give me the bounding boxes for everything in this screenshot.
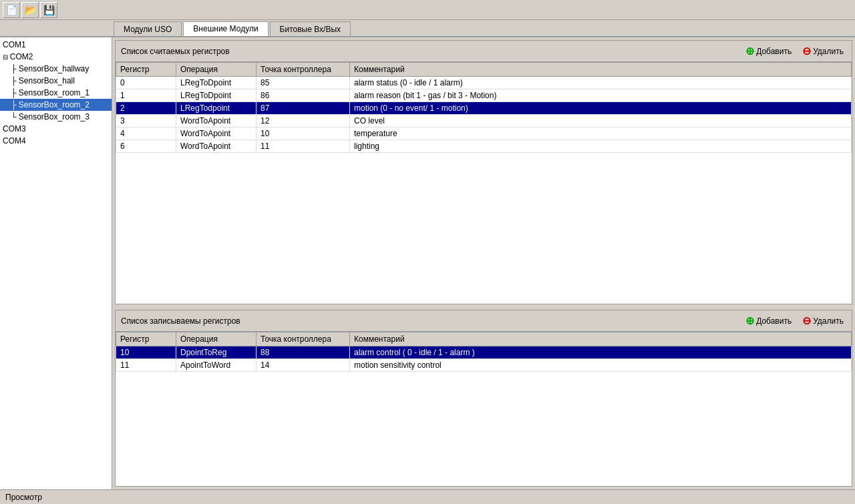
read-col-register: Регистр — [116, 63, 176, 77]
write-col-point: Точка контроллера — [256, 332, 350, 346]
read-panel-actions: ⊕ Добавить ⊖ Удалить — [743, 43, 846, 59]
cell-point: 11 — [256, 140, 350, 153]
write-panel-title: Список записываемы регистров — [121, 316, 240, 326]
sidebar-item-com1[interactable]: COM1 — [0, 39, 112, 51]
cell-comment: alarm reason (bit 1 - gas / bit 3 - Moti… — [350, 89, 852, 102]
read-add-button[interactable]: ⊕ Добавить — [743, 43, 794, 59]
sidebar-item-com4[interactable]: COM4 — [0, 135, 112, 147]
write-panel-header: Список записываемы регистров ⊕ Добавить … — [116, 310, 852, 332]
cell-register: 10 — [116, 346, 176, 359]
cell-register: 2 — [116, 102, 176, 115]
read-add-label: Добавить — [756, 47, 792, 56]
write-col-register: Регистр — [116, 332, 176, 346]
cell-register: 6 — [116, 140, 176, 153]
sidebar-item-com2[interactable]: ⊟ COM2 — [0, 51, 112, 63]
sidebar: COM1 ⊟ COM2 ├ SensorBox_hallway ├ Sensor… — [0, 37, 112, 489]
write-delete-button[interactable]: ⊖ Удалить — [800, 313, 846, 328]
write-add-button[interactable]: ⊕ Добавить — [743, 313, 794, 328]
read-registers-panel: Список считаемых регистров ⊕ Добавить ⊖ … — [115, 40, 852, 304]
table-row[interactable]: 6 WordToApoint 11 lighting — [116, 140, 852, 153]
del-icon: ⊖ — [802, 45, 811, 57]
tree-line-icon: ├ — [11, 76, 19, 85]
write-col-operation: Операция — [176, 332, 256, 346]
sidebar-item-sb-room1[interactable]: ├ SensorBox_room_1 — [0, 87, 112, 99]
write-panel-actions: ⊕ Добавить ⊖ Удалить — [743, 313, 846, 328]
cell-comment: motion (0 - no event/ 1 - motion) — [350, 102, 852, 115]
sidebar-item-sb-room2[interactable]: ├ SensorBox_room_2 — [0, 99, 112, 111]
del-icon: ⊖ — [802, 314, 811, 327]
cell-operation: ApointToWord — [176, 359, 256, 372]
table-row[interactable]: 11 ApointToWord 14 motion sensitivity co… — [116, 359, 852, 372]
open-file-button[interactable]: 📂 — [21, 2, 39, 18]
cell-point: 87 — [256, 102, 350, 115]
read-delete-label: Удалить — [813, 47, 844, 56]
cell-point: 88 — [256, 346, 350, 359]
write-col-comment: Комментарий — [350, 332, 852, 346]
tab-modules-uso[interactable]: Модули USO — [114, 21, 182, 36]
cell-operation: LRegTodpoint — [176, 102, 256, 115]
table-row[interactable]: 4 WordToApoint 10 temperature — [116, 128, 852, 140]
write-delete-label: Удалить — [813, 316, 844, 326]
new-file-button[interactable]: 📄 — [3, 2, 20, 18]
table-row[interactable]: 2 LRegTodpoint 87 motion (0 - no event/ … — [116, 102, 852, 115]
write-table: Регистр Операция Точка контроллера Комме… — [116, 332, 852, 372]
tab-external-modules[interactable]: Внешние Модули — [183, 21, 268, 36]
tree-line-icon: ├ — [11, 88, 19, 97]
expand-icon: ⊟ — [3, 53, 10, 61]
tree-line-icon: ├ — [11, 100, 19, 109]
read-col-operation: Операция — [176, 63, 256, 77]
statusbar: Просмотр — [0, 489, 855, 504]
cell-operation: WordToApoint — [176, 140, 256, 153]
sidebar-item-sb-hall[interactable]: ├ SensorBox_hall — [0, 75, 112, 87]
cell-register: 3 — [116, 115, 176, 128]
table-row[interactable]: 0 LRegToDpoint 85 alarm status (0 - idle… — [116, 77, 852, 89]
main-layout: COM1 ⊟ COM2 ├ SensorBox_hallway ├ Sensor… — [0, 37, 855, 489]
cell-register: 1 — [116, 89, 176, 102]
tabs-bar: Модули USO Внешние Модули Битовые Вх/Вых — [0, 20, 855, 37]
cell-point: 86 — [256, 89, 350, 102]
read-table: Регистр Операция Точка контроллера Комме… — [116, 62, 852, 153]
read-delete-button[interactable]: ⊖ Удалить — [800, 43, 846, 59]
cell-point: 85 — [256, 77, 350, 89]
write-add-label: Добавить — [756, 316, 792, 326]
read-col-point: Точка контроллера — [256, 63, 350, 77]
cell-comment: lighting — [350, 140, 852, 153]
sidebar-item-com3[interactable]: COM3 — [0, 123, 112, 135]
cell-comment: alarm control ( 0 - idle / 1 - alarm ) — [350, 346, 852, 359]
cell-register: 0 — [116, 77, 176, 89]
tree-line-icon: └ — [11, 112, 19, 121]
write-registers-panel: Список записываемы регистров ⊕ Добавить … — [115, 310, 852, 487]
cell-comment: CO level — [350, 115, 852, 128]
cell-register: 11 — [116, 359, 176, 372]
cell-point: 14 — [256, 359, 350, 372]
cell-comment: temperature — [350, 128, 852, 140]
read-table-scroll[interactable]: Регистр Операция Точка контроллера Комме… — [116, 62, 852, 304]
table-row[interactable]: 10 DpointToReg 88 alarm control ( 0 - id… — [116, 346, 852, 359]
statusbar-text: Просмотр — [5, 493, 42, 502]
write-table-scroll[interactable]: Регистр Операция Точка контроллера Комме… — [116, 332, 852, 486]
save-file-button[interactable]: 💾 — [40, 2, 57, 18]
table-row[interactable]: 1 LRegToDpoint 86 alarm reason (bit 1 - … — [116, 89, 852, 102]
read-panel-header: Список считаемых регистров ⊕ Добавить ⊖ … — [116, 41, 852, 62]
add-icon: ⊕ — [745, 314, 754, 327]
sidebar-item-sb-room3[interactable]: └ SensorBox_room_3 — [0, 111, 112, 123]
cell-operation: LRegToDpoint — [176, 89, 256, 102]
cell-point: 12 — [256, 115, 350, 128]
sidebar-item-sb-hallway[interactable]: ├ SensorBox_hallway — [0, 63, 112, 75]
read-panel-title: Список считаемых регистров — [121, 47, 230, 56]
tree-line-icon: ├ — [11, 64, 19, 73]
cell-operation: WordToApoint — [176, 115, 256, 128]
cell-operation: WordToApoint — [176, 128, 256, 140]
table-row[interactable]: 3 WordToApoint 12 CO level — [116, 115, 852, 128]
cell-operation: LRegToDpoint — [176, 77, 256, 89]
cell-operation: DpointToReg — [176, 346, 256, 359]
add-icon: ⊕ — [745, 45, 754, 57]
cell-register: 4 — [116, 128, 176, 140]
cell-point: 10 — [256, 128, 350, 140]
tab-bit-io[interactable]: Битовые Вх/Вых — [270, 21, 351, 36]
cell-comment: motion sensitivity control — [350, 359, 852, 372]
read-col-comment: Комментарий — [350, 63, 852, 77]
content-area: Список считаемых регистров ⊕ Добавить ⊖ … — [112, 37, 855, 489]
cell-comment: alarm status (0 - idle / 1 alarm) — [350, 77, 852, 89]
toolbar: 📄 📂 💾 — [0, 0, 855, 20]
